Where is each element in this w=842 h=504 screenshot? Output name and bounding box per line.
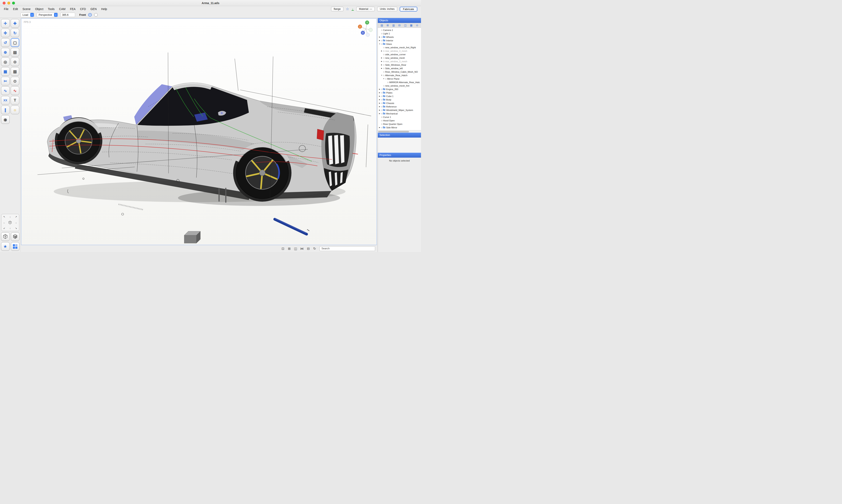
tree-expand-arrow[interactable]: ▼ [381, 74, 383, 76]
tree-item[interactable]: ▶ ◇ Side Mirror [378, 126, 421, 129]
constraint-view-button[interactable]: ⋈ [299, 246, 305, 251]
tree-expand-arrow[interactable]: ▶ [379, 36, 381, 38]
visibility-diamond-icon[interactable]: ◇ [385, 78, 387, 80]
plane-edit-tool[interactable]: ▧ [11, 67, 19, 76]
visibility-diamond-icon[interactable]: ◇ [381, 43, 383, 45]
tree-item[interactable]: ◇ Curve 1 [378, 115, 421, 119]
tree-item[interactable]: ▶ ◇ Chassis [378, 101, 421, 105]
favorite-star-icon[interactable]: ☆ [346, 7, 349, 11]
measure-tool[interactable]: ∥ [1, 106, 10, 114]
tree-expand-arrow[interactable]: ▼ [379, 43, 381, 44]
tree-item[interactable]: ▶ ◇ rear_window_3_mesh [378, 49, 421, 53]
wireframe-cube-button[interactable] [1, 232, 10, 241]
tree-expand-arrow[interactable]: ▶ [379, 88, 381, 90]
visibility-diamond-icon[interactable]: ◇ [381, 116, 383, 118]
curve-tool[interactable]: ∿ [11, 86, 19, 95]
properties-panel-header[interactable]: Properties [378, 153, 421, 158]
menu-gen[interactable]: GEN [88, 7, 99, 11]
tree-expand-arrow[interactable]: ▶ [379, 113, 381, 114]
tree-expand-arrow[interactable]: ▶ [379, 99, 381, 101]
zoom-button[interactable] [12, 2, 15, 4]
tree-item[interactable]: ◇ MIRROR Alternate_Rear_Hatc [378, 80, 421, 84]
nav-cube-icon[interactable] [7, 220, 13, 225]
gizmo-axis-faded[interactable] [366, 33, 370, 37]
tree-item[interactable]: ◇ new_window_mesh_fret [378, 84, 421, 87]
tree-expand-arrow[interactable]: ▶ [381, 68, 383, 69]
nav-arrow-up-left[interactable]: ↖ [1, 214, 7, 220]
link-icon[interactable]: ◫ [404, 24, 407, 27]
globe-tool[interactable]: ⊕ [1, 48, 10, 56]
view-scale-field[interactable] [60, 13, 75, 17]
tree-item[interactable]: ▶ ◇ Side_Windows_Rear [378, 63, 421, 67]
visibility-diamond-icon[interactable]: ◇ [381, 106, 383, 108]
tree-expand-arrow[interactable]: ▶ [379, 106, 381, 107]
pan-view-tool[interactable]: ✜ [1, 29, 10, 37]
gizmo-axis-x[interactable]: X [361, 31, 365, 35]
symmetry-tool[interactable]: XX [1, 96, 10, 105]
fabricate-button[interactable]: Fabricate [400, 7, 417, 12]
tree-item[interactable]: ▶ ◇ Body [378, 98, 421, 101]
grid-tool[interactable]: ▦ [1, 67, 10, 76]
transform-tool[interactable]: ✚ [11, 19, 19, 28]
visibility-diamond-icon[interactable]: ◇ [381, 120, 383, 122]
visibility-diamond-icon[interactable]: ◇ [381, 102, 383, 104]
visibility-diamond-icon[interactable]: ◇ [381, 109, 383, 111]
marquee-select-tool[interactable]: ▢ [11, 38, 19, 47]
visibility-diamond-icon[interactable]: ◇ [381, 95, 383, 97]
visibility-diamond-icon[interactable]: ◇ [383, 64, 385, 66]
tree-expand-arrow[interactable]: ▶ [379, 95, 381, 97]
nav-arrow-down[interactable]: ↓ [7, 226, 13, 231]
units-field[interactable]: Units: inches [377, 7, 397, 11]
tree-item[interactable]: ◇ new_window_mesh_fret_Right [378, 46, 421, 49]
visibility-diamond-icon[interactable]: ◇ [381, 36, 383, 38]
snip-tool[interactable]: ✂ [1, 77, 10, 85]
tree-item[interactable]: ▶ ◇ Wheels [378, 35, 421, 39]
visibility-diamond-icon[interactable]: ◇ [381, 92, 383, 94]
text-tool[interactable]: T [11, 96, 19, 105]
multiview-button[interactable] [11, 242, 19, 251]
visibility-diamond-icon[interactable]: ◇ [383, 85, 385, 87]
objects-panel-header[interactable]: Objects [378, 18, 421, 23]
grid-icon[interactable]: ▦ [410, 24, 412, 27]
tree-item[interactable]: ◇ Hood Open [378, 119, 421, 122]
material-field[interactable]: Material: --- [356, 7, 375, 11]
rotate-tool[interactable]: ↺ [1, 38, 10, 47]
camera-tool[interactable]: ◉ [1, 115, 10, 124]
shaded-cube-button[interactable] [11, 232, 19, 241]
visibility-diamond-icon[interactable]: ◇ [381, 127, 383, 129]
orientation-gizmo[interactable]: Y Z X [357, 20, 375, 38]
tree-item[interactable]: ▶ ◇ new_window_mesh [378, 56, 421, 59]
tree-item[interactable]: ▶ ◇ Side_window_left [378, 67, 421, 70]
nav-arrow-up[interactable]: ↑ [7, 214, 13, 220]
tree-item[interactable]: ▶ ◇ Plates [378, 91, 421, 94]
duplicate-icon[interactable]: ▥ [392, 24, 395, 27]
projection-select[interactable]: Perspective ▲▼ [37, 13, 58, 17]
spline-tool[interactable]: ∿ [1, 86, 10, 95]
nav-arrow-up-right[interactable]: ↗ [13, 214, 19, 220]
flange-button[interactable]: flange [331, 7, 343, 11]
menu-object[interactable]: Object [33, 7, 46, 11]
nav-arrow-right[interactable]: → [13, 220, 19, 225]
tree-item[interactable]: ▶ ◇ Windshield_Wiper_System [378, 108, 421, 112]
tree-item[interactable]: ▶ ◇ Engine_350 [378, 87, 421, 91]
close-button[interactable] [3, 2, 5, 4]
visibility-diamond-icon[interactable]: ◇ [381, 39, 383, 41]
visibility-diamond-icon[interactable]: ◇ [383, 57, 385, 59]
nav-arrow-left[interactable]: ← [1, 220, 7, 225]
orbit-view-tool[interactable]: ↻ [11, 29, 19, 37]
isolate-icon[interactable]: ⊙ [416, 24, 418, 27]
fit-view-button[interactable]: ⊞ [286, 246, 292, 251]
selection-panel-header[interactable]: Selection [378, 133, 421, 138]
tree-expand-arrow[interactable]: ▶ [379, 40, 381, 41]
tree-item[interactable]: ◇ Rear Quarter Open [378, 122, 421, 126]
tree-item[interactable]: ◇ Rear_Window_Cabin_Mesh_NO [378, 70, 421, 73]
menu-scene[interactable]: Scene [20, 7, 33, 11]
sphere-tool[interactable]: ◎ [1, 57, 10, 66]
tree-item[interactable]: ◇ Camera 1 [378, 28, 421, 32]
point-tool[interactable]: ⊙ [11, 77, 19, 85]
tree-item[interactable]: ◇ Light 1 [378, 32, 421, 35]
tree-expand-arrow[interactable]: ▶ [379, 127, 381, 128]
annotate-view-button[interactable]: ⊟ [305, 246, 311, 251]
favorites-button[interactable]: ★ [1, 242, 10, 251]
tree-expand-arrow[interactable]: ▶ [379, 109, 381, 111]
